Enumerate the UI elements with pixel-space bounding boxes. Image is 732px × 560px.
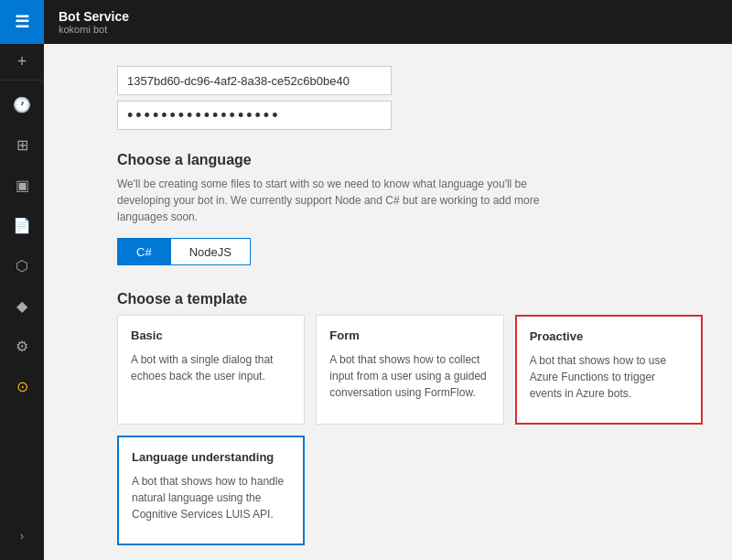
sidebar-item-clock[interactable]: 🕐	[0, 84, 44, 124]
topbar-subtitle: kokomi bot	[59, 24, 129, 35]
sidebar-expand-button[interactable]: ›	[0, 520, 44, 553]
sidebar-item-circle[interactable]: ⊙	[0, 366, 44, 406]
template-section-title: Choose a template	[117, 291, 703, 307]
sidebar-nav: 🕐 ⊞ ▣ 📄 ⬡ ◆ ⚙ ⊙	[0, 81, 44, 520]
template-basic-desc: A bot with a single dialog that echoes b…	[131, 351, 291, 384]
clock-icon: 🕐	[13, 96, 31, 113]
template-card-luis[interactable]: Language understanding A bot that shows …	[117, 436, 305, 545]
topbar-text: Bot Service kokomi bot	[59, 9, 129, 36]
main-content: Choose a language We'll be creating some…	[88, 44, 732, 560]
password-input[interactable]	[117, 101, 392, 130]
sidebar-add-button[interactable]: +	[0, 44, 44, 81]
template-section: Choose a template Basic A bot with a sin…	[117, 291, 703, 545]
sidebar-item-gear[interactable]: ⚙	[0, 326, 44, 366]
grid-icon: ⊞	[16, 136, 28, 154]
doc-icon: 📄	[13, 217, 31, 234]
language-section-desc: We'll be creating some files to start wi…	[117, 176, 575, 225]
sidebar: ☰ + 🕐 ⊞ ▣ 📄 ⬡ ◆ ⚙ ⊙ ›	[0, 0, 44, 560]
topbar-title: Bot Service	[59, 9, 129, 25]
template-row-1: Basic A bot with a single dialog that ec…	[117, 315, 703, 425]
template-luis-desc: A bot that shows how to handle natural l…	[132, 473, 290, 522]
template-form-desc: A bot that shows how to collect input fr…	[329, 351, 490, 401]
template-card-proactive[interactable]: Proactive A bot that shows how to use Az…	[515, 315, 703, 425]
template-luis-title: Language understanding	[132, 450, 290, 464]
hamburger-icon: ☰	[15, 12, 29, 32]
language-section: Choose a language We'll be creating some…	[117, 152, 703, 265]
plus-icon: +	[17, 52, 27, 71]
template-proactive-desc: A bot that shows how to use Azure Functi…	[530, 352, 688, 402]
template-row-2: Language understanding A bot that shows …	[117, 436, 703, 545]
sidebar-logo[interactable]: ☰	[0, 0, 44, 44]
chevron-right-icon: ›	[20, 530, 24, 543]
gear-icon: ⚙	[16, 338, 28, 355]
sidebar-item-doc[interactable]: 📄	[0, 205, 44, 245]
sidebar-bottom: ›	[0, 520, 44, 560]
nodejs-button[interactable]: NodeJS	[170, 238, 251, 265]
language-buttons: C# NodeJS	[117, 238, 703, 265]
language-section-title: Choose a language	[117, 152, 703, 168]
template-proactive-title: Proactive	[530, 329, 688, 343]
sidebar-item-grid[interactable]: ⊞	[0, 124, 44, 165]
template-basic-title: Basic	[131, 328, 291, 342]
blocks-icon: ⬡	[16, 257, 28, 275]
csharp-button[interactable]: C#	[117, 238, 170, 265]
sidebar-item-diamond[interactable]: ◆	[0, 285, 44, 326]
circle-icon: ⊙	[16, 378, 28, 395]
template-card-basic[interactable]: Basic A bot with a single dialog that ec…	[117, 315, 305, 425]
app-id-input[interactable]	[117, 66, 392, 95]
diamond-icon: ◆	[16, 297, 27, 315]
template-form-title: Form	[329, 328, 490, 342]
monitor-icon: ▣	[16, 177, 29, 194]
credentials-section	[117, 66, 703, 130]
topbar: Bot Service kokomi bot	[44, 0, 732, 44]
template-card-form[interactable]: Form A bot that shows how to collect inp…	[316, 315, 503, 425]
sidebar-item-monitor[interactable]: ▣	[0, 165, 44, 205]
sidebar-item-blocks[interactable]: ⬡	[0, 245, 44, 285]
